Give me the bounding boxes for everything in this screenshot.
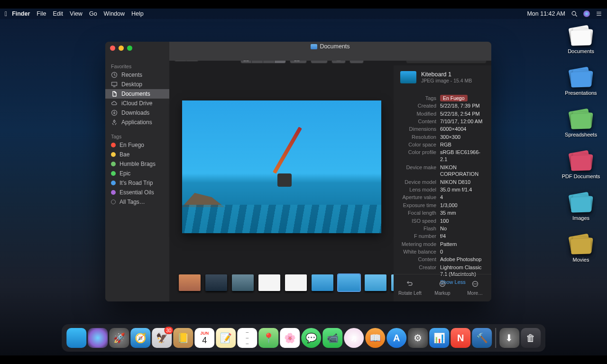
menu-edit[interactable]: Edit bbox=[53, 10, 63, 17]
metadata-row: Dimensions6000×4004 bbox=[400, 126, 485, 133]
doc-icon bbox=[111, 91, 118, 97]
thumbnail-item[interactable] bbox=[179, 274, 201, 291]
quick-action-rotate-left[interactable]: Rotate Left bbox=[394, 274, 426, 301]
thumbnail-item[interactable] bbox=[365, 274, 386, 291]
dock-ibooks[interactable]: 📖 bbox=[365, 328, 385, 348]
sidebar-tag-essential-oils[interactable]: Essential Oils bbox=[105, 188, 169, 197]
tag-dot-icon bbox=[111, 181, 116, 185]
sidebar-item-recents[interactable]: Recents bbox=[105, 70, 169, 80]
dock-photos[interactable]: 🌸 bbox=[280, 328, 300, 348]
desktop-stack-images[interactable]: Images bbox=[560, 193, 602, 221]
thumbnail-item[interactable] bbox=[338, 274, 360, 291]
dock-news[interactable]: N bbox=[451, 328, 470, 348]
dock-siri[interactable] bbox=[88, 328, 108, 348]
dock-launchpad[interactable]: 🚀 bbox=[109, 328, 129, 348]
dock-appstore[interactable]: A bbox=[386, 328, 406, 348]
info-tag-pill[interactable]: En Fuego bbox=[440, 95, 468, 101]
metadata-row: FlashNo bbox=[400, 225, 485, 232]
desktop-stack-documents[interactable]: Documents bbox=[560, 27, 602, 54]
dock-safari[interactable]: 🧭 bbox=[130, 328, 150, 348]
dock-messages[interactable]: 💬 bbox=[301, 328, 321, 348]
quick-actions-row: Rotate LeftMarkupMore… bbox=[394, 274, 491, 301]
sidebar-tag-humble-brags[interactable]: Humble Brags bbox=[105, 159, 169, 169]
desktop-stack-spreadsheets[interactable]: Spreadsheets bbox=[560, 110, 602, 137]
dock-calendar[interactable]: JUN4 bbox=[194, 328, 214, 348]
quick-action-more[interactable]: More… bbox=[459, 274, 491, 301]
folder-icon bbox=[311, 44, 317, 49]
preview-stage bbox=[169, 65, 394, 268]
metadata-row: White balance0 bbox=[400, 248, 485, 255]
spotlight-icon[interactable] bbox=[571, 10, 578, 17]
menubar-clock[interactable]: Mon 11:42 AM bbox=[527, 10, 565, 17]
traffic-lights bbox=[110, 46, 132, 51]
dock-trash[interactable]: 🗑 bbox=[521, 328, 541, 348]
dock-downloads[interactable]: ⬇︎ bbox=[499, 328, 519, 348]
close-button[interactable] bbox=[110, 46, 115, 51]
window-title: Documents bbox=[169, 43, 491, 50]
thumbnail-item[interactable] bbox=[258, 274, 280, 291]
dock-notes[interactable]: 📝 bbox=[216, 328, 236, 348]
menu-help[interactable]: Help bbox=[131, 10, 144, 17]
thumbnail-item[interactable] bbox=[205, 274, 227, 291]
menu-file[interactable]: File bbox=[37, 10, 46, 17]
dock-mail[interactable]: 🦅30 bbox=[152, 328, 172, 348]
finder-window: Favorites RecentsDesktopDocumentsiCloud … bbox=[105, 42, 491, 301]
desktop-stack-pdf-documents[interactable]: PDF Documents bbox=[560, 152, 602, 179]
sidebar-tag-all-tags-[interactable]: All Tags… bbox=[105, 197, 169, 207]
metadata-row: Created5/22/18, 7:39 PM bbox=[400, 102, 485, 109]
metadata-row: Focal length35 mm bbox=[400, 209, 485, 217]
dock-maps[interactable]: 📍 bbox=[258, 328, 278, 348]
notification-center-icon[interactable] bbox=[596, 10, 602, 17]
maximize-button[interactable] bbox=[127, 46, 132, 51]
menu-view[interactable]: View bbox=[70, 10, 83, 17]
sidebar-tag-bae[interactable]: Bae bbox=[105, 150, 169, 159]
tag-all-icon bbox=[111, 200, 116, 204]
dock-finder[interactable] bbox=[66, 328, 86, 348]
desktop-stack-presentations[interactable]: Presentations bbox=[560, 68, 602, 96]
dock-separator bbox=[495, 328, 496, 348]
thumbnail-item[interactable] bbox=[312, 274, 333, 291]
preview-image[interactable] bbox=[182, 100, 381, 233]
menubar-app-name[interactable]: Finder bbox=[12, 10, 30, 17]
dock: 🚀 🧭 🦅30 📒 JUN4 📝 ─── 📍 🌸 💬 📹 ♫ 📖 A ⚙︎ 📊 … bbox=[62, 324, 545, 352]
mail-badge: 30 bbox=[164, 327, 173, 334]
tag-dot-icon bbox=[111, 190, 116, 195]
quick-action-markup[interactable]: Markup bbox=[426, 274, 459, 301]
info-file-name: Kiteboard 1 bbox=[421, 71, 472, 78]
gallery-content bbox=[169, 65, 394, 301]
metadata-row: Exposure time1/3,000 bbox=[400, 202, 485, 209]
sidebar-tag-it-s-road-trip[interactable]: It's Road Trip bbox=[105, 178, 169, 188]
metadata-row: Color spaceRGB bbox=[400, 141, 485, 148]
dock-itunes[interactable]: ♫ bbox=[344, 328, 364, 348]
metadata-row: Resolution300×300 bbox=[400, 134, 485, 141]
sidebar-item-documents[interactable]: Documents bbox=[105, 89, 169, 99]
sidebar-item-applications[interactable]: Applications bbox=[105, 118, 169, 127]
dock-xcode[interactable]: 🔨 bbox=[472, 328, 492, 348]
minimize-button[interactable] bbox=[119, 46, 124, 51]
tag-dot-icon bbox=[111, 143, 116, 147]
info-pane: Kiteboard 1 JPEG image - 15.4 MB Tags En… bbox=[394, 65, 491, 301]
siri-icon[interactable] bbox=[583, 10, 590, 17]
metadata-row: ContentAdobe Photoshop bbox=[400, 256, 485, 263]
metadata-row: Aperture value4 bbox=[400, 194, 485, 201]
thumbnail-item[interactable] bbox=[285, 274, 307, 291]
tag-dot-icon bbox=[111, 152, 116, 157]
dock-contacts[interactable]: 📒 bbox=[173, 328, 193, 348]
dock-facetime[interactable]: 📹 bbox=[322, 328, 342, 348]
thumbnail-item[interactable] bbox=[232, 274, 254, 291]
menu-go[interactable]: Go bbox=[89, 10, 97, 17]
dock-reminders[interactable]: ─── bbox=[237, 328, 257, 348]
sidebar-item-downloads[interactable]: Downloads bbox=[105, 108, 169, 118]
sidebar-item-icloud-drive[interactable]: iCloud Drive bbox=[105, 99, 169, 108]
dock-system-preferences[interactable]: ⚙︎ bbox=[408, 328, 428, 348]
menu-window[interactable]: Window bbox=[104, 10, 125, 17]
info-thumbnail bbox=[400, 71, 416, 83]
display-icon bbox=[111, 81, 118, 88]
sidebar-tag-en-fuego[interactable]: En Fuego bbox=[105, 140, 169, 150]
metadata-row: ISO speed100 bbox=[400, 218, 485, 225]
desktop-stack-movies[interactable]: Movies bbox=[560, 235, 602, 263]
dock-keynote[interactable]: 📊 bbox=[429, 328, 449, 348]
sidebar-tag-epic[interactable]: Epic bbox=[105, 169, 169, 178]
sidebar-item-desktop[interactable]: Desktop bbox=[105, 80, 169, 89]
apple-menu-icon[interactable]:  bbox=[5, 10, 7, 18]
